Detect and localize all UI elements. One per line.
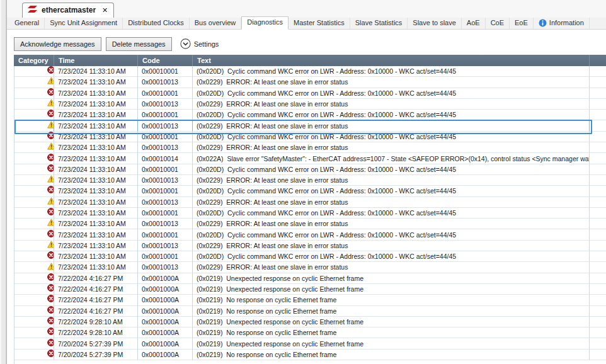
code-cell: 0x00010013 xyxy=(138,262,193,273)
time-cell: 7/22/2024 4:16:27 PM xyxy=(54,306,138,317)
table-row[interactable]: Error 7/23/2024 11:33:10 AM 0x00010001 (… xyxy=(14,132,606,142)
tab-sync-unit-assignment[interactable]: Sync Unit Assignment xyxy=(45,18,123,29)
text-cell: (0x0229) ERROR: At least one slave in er… xyxy=(193,219,590,229)
table-row[interactable]: Error 7/22/2024 4:16:27 PM 0x0001000A (0… xyxy=(14,273,606,284)
table-row[interactable]: Error 7/20/2024 5:27:39 PM 0x0001000A (0… xyxy=(14,338,606,349)
category-cell: Error xyxy=(14,164,54,175)
table-row[interactable]: Error 7/20/2024 5:27:39 PM 0x0001000A (0… xyxy=(14,350,606,360)
close-icon[interactable]: ✕ xyxy=(102,6,108,14)
table-row[interactable]: Warning 7/23/2024 11:33:10 AM 0x00010013… xyxy=(14,197,606,208)
error-icon xyxy=(18,327,54,338)
column-header-time[interactable]: Time xyxy=(54,55,137,66)
text-cell: (0x0229) ERROR: At least one slave in er… xyxy=(193,262,590,273)
error-icon xyxy=(18,350,54,360)
tab-information[interactable]: Information xyxy=(534,18,590,29)
time-cell: 7/23/2024 11:33:10 AM xyxy=(54,153,138,164)
table-row[interactable]: Error 7/23/2024 11:33:10 AM 0x00010001 (… xyxy=(14,251,606,262)
code-cell: 0x00010013 xyxy=(138,241,193,251)
screen: ethercatmaster ✕ General Sync Unit Assig… xyxy=(0,0,606,364)
text-cell: (0x020D) Cyclic command WKC error on LWR… xyxy=(193,229,590,240)
tab-aoe[interactable]: AoE xyxy=(462,18,486,29)
table-row[interactable]: Warning 7/23/2024 11:33:10 AM 0x00010013… xyxy=(14,175,606,186)
category-cell: Error xyxy=(14,306,54,317)
category-cell: Warning xyxy=(14,219,54,229)
ethercat-icon xyxy=(27,5,38,15)
time-cell: 7/23/2024 11:33:10 AM xyxy=(54,164,138,175)
table-row[interactable]: Error 7/23/2024 11:33:10 AM 0x00010001 (… xyxy=(14,229,606,240)
table-row[interactable]: Error 7/23/2024 11:33:10 AM 0x00010001 (… xyxy=(14,164,606,175)
table-header: Category Time Code Text xyxy=(14,55,606,66)
time-cell: 7/23/2024 11:33:10 AM xyxy=(54,219,138,229)
tab-coe[interactable]: CoE xyxy=(486,18,510,29)
info-icon xyxy=(539,19,547,27)
warning-icon xyxy=(18,241,54,251)
code-cell: 0x00010001 xyxy=(138,164,193,175)
tab-slave-to-slave[interactable]: Slave to slave xyxy=(408,18,461,29)
tab-slave-statistics[interactable]: Slave Statistics xyxy=(350,18,408,29)
category-cell: Error xyxy=(14,350,54,360)
table-row[interactable]: Error 7/22/2024 9:28:10 AM 0x0001000A (0… xyxy=(14,317,606,327)
text-cell: (0x0229) ERROR: At least one slave in er… xyxy=(193,175,590,186)
acknowledge-messages-button[interactable]: Acknowledge messages xyxy=(14,37,101,51)
delete-messages-button[interactable]: Delete messages xyxy=(106,37,172,51)
tab-bus-overview[interactable]: Bus overview xyxy=(190,18,241,29)
tab-general[interactable]: General xyxy=(9,18,45,29)
tab-distributed-clocks[interactable]: Distributed Clocks xyxy=(123,18,190,29)
table-row[interactable]: Error 7/23/2024 11:33:10 AM 0x00010001 (… xyxy=(14,66,606,77)
filler-cell xyxy=(590,262,606,273)
table-row[interactable]: Warning 7/23/2024 11:33:10 AM 0x00010013… xyxy=(14,120,606,131)
table-body: Error 7/23/2024 11:33:10 AM 0x00010001 (… xyxy=(14,66,606,364)
time-cell: 7/23/2024 11:33:10 AM xyxy=(54,77,138,88)
warning-icon xyxy=(18,175,54,186)
filler-cell xyxy=(590,327,606,338)
tab-diagnostics[interactable]: Diagnostics xyxy=(241,16,289,30)
category-cell: Error xyxy=(14,208,54,219)
tab-eoe[interactable]: EoE xyxy=(510,18,534,29)
text-cell: (0x020D) Cyclic command WKC error on LWR… xyxy=(193,88,590,99)
table-row[interactable]: Warning 7/23/2024 11:33:10 AM 0x00010013… xyxy=(14,219,606,229)
time-cell: 7/23/2024 11:33:10 AM xyxy=(54,88,138,99)
time-cell: 7/23/2024 11:33:10 AM xyxy=(54,262,138,273)
table-row[interactable]: Error 7/22/2024 4:16:27 PM 0x0001000A (0… xyxy=(14,295,606,305)
column-header-category[interactable]: Category xyxy=(14,55,54,66)
filler-cell xyxy=(590,229,606,240)
table-row[interactable]: Error 7/23/2024 11:33:10 AM 0x00010014 (… xyxy=(14,153,606,164)
table-row[interactable]: Warning 7/23/2024 11:33:10 AM 0x00010013… xyxy=(14,262,606,273)
tab-master-statistics[interactable]: Master Statistics xyxy=(289,18,350,29)
filler-cell xyxy=(590,153,606,164)
error-icon xyxy=(18,229,54,240)
table-row[interactable]: Error 7/23/2024 11:33:10 AM 0x00010001 (… xyxy=(14,88,606,99)
table-row[interactable]: Error 7/22/2024 9:28:10 AM 0x0001000A (0… xyxy=(14,327,606,338)
category-cell: Error xyxy=(14,153,54,164)
table-row[interactable]: Error 7/22/2024 4:16:27 PM 0x0001000A (0… xyxy=(14,306,606,317)
filler-cell xyxy=(590,142,606,153)
table-row[interactable]: Error 7/23/2024 11:33:10 AM 0x00010001 (… xyxy=(14,110,606,120)
chevron-down-circle-icon xyxy=(180,38,191,50)
table-row[interactable]: Error 7/23/2024 11:33:10 AM 0x00010001 (… xyxy=(14,186,606,196)
table-row[interactable]: Error 7/23/2024 11:33:10 AM 0x00010001 (… xyxy=(14,208,606,219)
time-cell: 7/23/2024 11:33:10 AM xyxy=(54,110,138,120)
table-row[interactable]: Warning 7/23/2024 11:33:10 AM 0x00010013… xyxy=(14,99,606,110)
error-icon xyxy=(18,284,54,295)
time-cell: 7/22/2024 4:16:27 PM xyxy=(54,284,138,295)
column-header-code[interactable]: Code xyxy=(137,55,192,66)
table-row[interactable]: Warning 7/23/2024 11:33:10 AM 0x00010013… xyxy=(14,77,606,88)
warning-icon xyxy=(18,262,54,273)
time-cell: 7/23/2024 11:33:10 AM xyxy=(54,251,138,262)
code-cell: 0x00010001 xyxy=(138,132,193,142)
table-row[interactable]: Warning 7/23/2024 11:33:10 AM 0x00010013… xyxy=(14,241,606,251)
category-cell: Warning xyxy=(14,175,54,186)
category-cell: Warning xyxy=(14,99,54,110)
time-cell: 7/22/2024 4:16:27 PM xyxy=(54,273,138,284)
filler-cell xyxy=(590,66,606,77)
category-cell: Warning xyxy=(14,77,54,88)
table-row[interactable]: Error 7/22/2024 4:16:27 PM 0x0001000A (0… xyxy=(14,284,606,295)
error-icon xyxy=(18,208,54,219)
document-tab-ethercatmaster[interactable]: ethercatmaster ✕ xyxy=(22,3,114,18)
table-row[interactable]: Warning 7/23/2024 11:33:10 AM 0x00010013… xyxy=(14,142,606,153)
column-header-text[interactable]: Text xyxy=(192,55,589,66)
error-icon xyxy=(18,88,54,99)
text-cell: (0x020D) Cyclic command WKC error on LWR… xyxy=(193,132,590,142)
collapsed-panel-strip[interactable] xyxy=(0,0,7,364)
settings-control[interactable]: Settings xyxy=(180,38,219,50)
